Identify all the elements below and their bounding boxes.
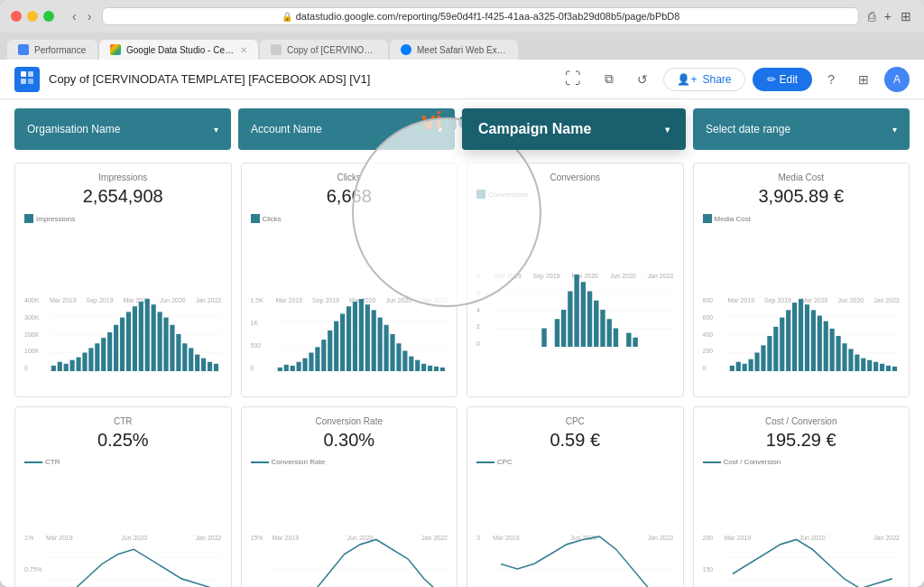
tab-performance[interactable]: Performance: [7, 40, 97, 60]
svg-rect-46: [328, 331, 332, 371]
svg-rect-93: [773, 327, 778, 371]
edit-button[interactable]: ✏ Edit: [753, 68, 813, 91]
svg-rect-21: [133, 306, 137, 371]
app-toolbar: Copy of [CERVINODATA TEMPLATE] [FACEBOOK…: [0, 60, 924, 99]
metric-card-mediacost: Media Cost 3,905.89 € Media Cost 8006004…: [693, 163, 910, 397]
chart-cpc: 32 Mar 2019Jun 2020Jan 2022: [476, 535, 674, 587]
svg-rect-43: [309, 353, 313, 372]
maximize-button[interactable]: [43, 11, 54, 22]
svg-rect-74: [581, 282, 586, 347]
browser-window: ‹ › 🔒 datastudio.google.com/reporting/59…: [0, 0, 924, 587]
svg-rect-26: [163, 318, 168, 371]
svg-rect-57: [396, 343, 401, 371]
svg-rect-16: [101, 338, 106, 371]
browser-toolbar-actions: ⎙ + ⊞: [866, 7, 913, 25]
svg-rect-27: [170, 325, 174, 371]
metric-label-convrate: Conversion Rate: [251, 416, 448, 426]
svg-rect-103: [836, 336, 840, 371]
svg-rect-23: [145, 299, 150, 371]
svg-rect-1: [28, 71, 33, 77]
filter-date[interactable]: Select date range ▾: [693, 108, 910, 150]
svg-rect-49: [346, 306, 350, 371]
svg-rect-12: [76, 358, 80, 371]
share-icon: 👤+: [677, 73, 697, 86]
svg-rect-59: [409, 357, 413, 371]
chart-clicks: 1.5K1K5000: [251, 297, 448, 387]
metric-card-costperconv: Cost / Conversion 195.29 € Cost / Conver…: [693, 406, 910, 587]
new-tab-icon[interactable]: +: [882, 7, 893, 25]
tab-favicon-copy: [271, 44, 282, 55]
svg-rect-50: [352, 302, 356, 371]
svg-rect-13: [82, 353, 87, 372]
tab-favicon-gds: [110, 44, 121, 55]
share-icon[interactable]: ⎙: [866, 7, 877, 25]
svg-rect-41: [296, 362, 300, 371]
svg-rect-63: [433, 367, 438, 371]
bottom-metrics-grid: CTR 0.25% CTR 1%0.75%0.5%: [14, 406, 910, 587]
svg-rect-2: [21, 79, 26, 84]
legend-line-ctr: [24, 461, 42, 463]
metric-value-impressions: 2,654,908: [24, 186, 222, 207]
svg-rect-70: [555, 319, 559, 347]
tab-copy[interactable]: Copy of [CERVINODATA...: [260, 40, 388, 60]
svg-rect-98: [804, 304, 808, 371]
svg-rect-99: [810, 310, 815, 371]
svg-rect-18: [114, 325, 118, 371]
y-axis-cpc: 32: [476, 535, 493, 587]
extensions-icon[interactable]: ⊞: [899, 7, 913, 25]
grid-button[interactable]: ⊞: [850, 68, 877, 91]
svg-rect-8: [51, 366, 56, 371]
chart-ctr: 1%0.75%0.5% Mar 2019Jun 2020Jan 2022: [24, 535, 222, 587]
tab-close-gds[interactable]: ✕: [240, 45, 247, 55]
filter-account-label: Account Name: [251, 123, 322, 135]
tab-safari[interactable]: Meet Safari Web Extensions...: [390, 40, 518, 60]
app-logo-inner: [19, 70, 35, 89]
svg-rect-14: [88, 348, 93, 371]
url-text: datastudio.google.com/reporting/59e0d4f1…: [296, 11, 680, 22]
metric-value-cpc: 0.59 €: [476, 430, 674, 451]
svg-rect-9: [58, 362, 62, 371]
filter-date-arrow: ▾: [892, 125, 897, 135]
metric-value-mediacost: 3,905.89 €: [703, 186, 901, 207]
svg-rect-39: [283, 365, 288, 371]
minimize-button[interactable]: [27, 11, 38, 22]
metric-value-convrate: 0.30%: [251, 430, 448, 451]
refresh-button[interactable]: ↺: [629, 68, 656, 91]
filter-campaign[interactable]: Campaign Name ▾: [462, 108, 686, 150]
svg-rect-45: [321, 340, 326, 371]
legend-ctr: CTR: [24, 458, 222, 466]
svg-rect-81: [633, 338, 637, 347]
help-button[interactable]: ?: [819, 68, 843, 91]
svg-rect-62: [427, 366, 431, 371]
legend-dot-clicks: [251, 214, 260, 223]
tab-gds[interactable]: Google Data Studio - Cervinodata... ✕: [99, 40, 258, 60]
fullscreen-button[interactable]: ⛶: [557, 65, 589, 93]
svg-rect-73: [574, 275, 578, 347]
avatar: A: [884, 67, 910, 92]
toolbar-right: ⛶ ⧉ ↺ 👤+ Share ✏ Edit ? ⊞ A: [557, 65, 910, 93]
legend-costperconv: Cost / Conversion: [703, 458, 901, 466]
address-bar[interactable]: 🔒 datastudio.google.com/reporting/59e0d4…: [102, 7, 858, 25]
y-axis-ctr: 1%0.75%0.5%: [24, 535, 46, 587]
metric-card-impressions: Impressions 2,654,908 Impressions 400K30…: [14, 163, 232, 397]
close-button[interactable]: [11, 11, 22, 22]
title-bar: ‹ › 🔒 datastudio.google.com/reporting/59…: [0, 0, 924, 33]
tab-label-performance: Performance: [34, 45, 86, 55]
legend-mediacost: Media Cost: [703, 214, 901, 223]
svg-rect-112: [892, 367, 896, 371]
metric-label-mediacost: Media Cost: [703, 172, 901, 182]
back-button[interactable]: ‹: [69, 7, 80, 25]
y-axis-clicks: 1.5K1K5000: [251, 297, 276, 371]
svg-rect-100: [817, 316, 821, 372]
svg-rect-72: [568, 292, 572, 348]
tab-favicon-performance: [18, 44, 29, 55]
y-axis-impressions: 400K300K200K100K0: [24, 297, 50, 371]
filter-org[interactable]: Organisation Name ▾: [14, 108, 231, 150]
forward-button[interactable]: ›: [84, 7, 96, 25]
svg-rect-61: [421, 364, 426, 371]
svg-rect-108: [867, 360, 872, 371]
share-button[interactable]: 👤+ Share: [663, 68, 744, 91]
svg-rect-24: [152, 304, 156, 371]
svg-rect-104: [842, 343, 846, 371]
copy-button[interactable]: ⧉: [596, 67, 622, 91]
